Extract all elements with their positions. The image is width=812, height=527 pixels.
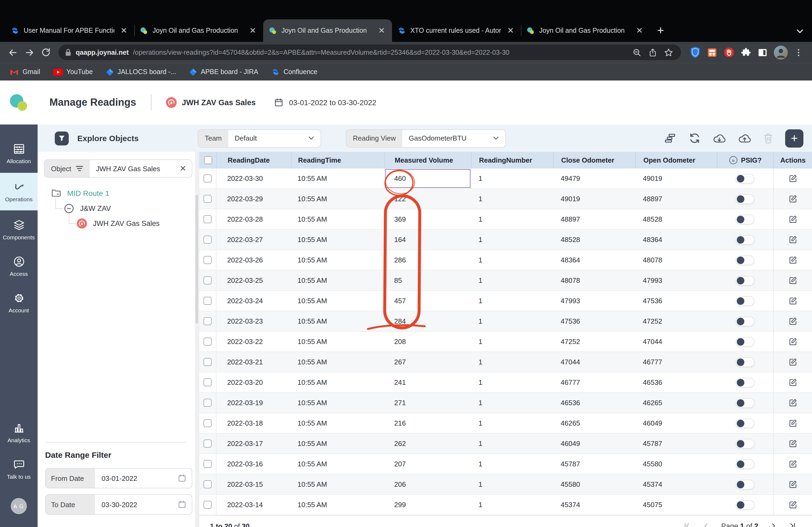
address-bar[interactable]: qaapp.joynai.net/operations/view-reading… <box>59 45 681 60</box>
zoom-out-icon[interactable] <box>632 47 642 57</box>
sidebar-item-access[interactable]: Access <box>0 249 38 283</box>
table-row[interactable]: 2022-03-3010:55 AM46014947949019 <box>199 168 812 189</box>
reading-view-select[interactable]: Reading View GasOdometerBTU <box>346 129 506 147</box>
cell-measured-volume[interactable]: 164 <box>385 230 471 250</box>
col-reading-number[interactable]: ReadingNumber <box>471 152 553 168</box>
tab-search-chevron-icon[interactable] <box>796 29 803 34</box>
row-checkbox[interactable] <box>204 480 212 488</box>
edit-row-icon[interactable] <box>788 296 798 305</box>
edit-row-icon[interactable] <box>788 398 798 407</box>
browser-menu-icon[interactable] <box>794 47 803 57</box>
cell-measured-volume[interactable]: 216 <box>385 413 471 433</box>
row-checkbox[interactable] <box>204 419 212 427</box>
row-checkbox[interactable] <box>204 337 212 346</box>
cell-measured-volume[interactable]: 299 <box>385 495 471 515</box>
delete-icon[interactable] <box>763 133 773 144</box>
sidebar-item-talk-to-us[interactable]: Talk to us <box>0 452 38 486</box>
row-checkbox[interactable] <box>204 236 212 244</box>
cell-measured-volume[interactable]: 207 <box>385 454 471 474</box>
vpn-shield-extension-icon[interactable] <box>690 46 701 59</box>
tab-close-icon[interactable]: ✕ <box>248 26 258 35</box>
bookmark-item[interactable]: Gmail <box>10 68 40 76</box>
row-checkbox[interactable] <box>204 378 212 387</box>
next-page-icon[interactable] <box>769 522 778 527</box>
tab-close-icon[interactable]: ✕ <box>119 26 129 35</box>
refresh-icon[interactable] <box>39 45 53 60</box>
table-row[interactable]: 2022-03-1710:55 AM26214604945787 <box>199 434 812 454</box>
psig-toggle[interactable] <box>736 275 755 285</box>
browser-tab[interactable]: Joyn Oil and Gas Production✕ <box>134 19 263 42</box>
col-close-odometer[interactable]: Close Odometer <box>553 152 635 168</box>
edit-row-icon[interactable] <box>788 255 798 265</box>
expand-column-icon[interactable]: » <box>729 156 737 164</box>
psig-toggle[interactable] <box>736 194 755 204</box>
edit-row-icon[interactable] <box>788 194 798 204</box>
cell-measured-volume[interactable]: 271 <box>385 393 471 413</box>
select-all-checkbox[interactable] <box>204 156 212 164</box>
row-checkbox[interactable] <box>204 297 212 305</box>
psig-toggle[interactable] <box>736 439 755 448</box>
edit-row-icon[interactable] <box>788 460 798 468</box>
row-checkbox[interactable] <box>204 256 212 264</box>
cell-measured-volume[interactable]: 122 <box>385 189 471 209</box>
table-row[interactable]: 2022-03-1610:55 AM20714578745580 <box>199 454 812 475</box>
bookmark-item[interactable]: YouTube <box>53 68 93 76</box>
table-row[interactable]: 2022-03-2510:55 AM8514807847993 <box>199 270 812 291</box>
edit-row-icon[interactable] <box>788 419 798 428</box>
tab-close-icon[interactable]: ✕ <box>377 26 387 35</box>
profile-avatar[interactable] <box>774 45 788 59</box>
psig-toggle[interactable] <box>736 418 755 428</box>
user-avatar[interactable]: A G <box>11 498 27 514</box>
sidebar-item-components[interactable]: Components <box>0 212 38 247</box>
edit-row-icon[interactable] <box>788 317 798 326</box>
sidebar-item-account[interactable]: Account <box>0 286 38 320</box>
new-tab-button[interactable]: + <box>652 21 669 40</box>
bookmark-item[interactable]: JALLOCS board -... <box>106 68 176 76</box>
psig-toggle[interactable] <box>736 378 755 387</box>
row-checkbox[interactable] <box>204 215 212 223</box>
row-checkbox[interactable] <box>204 501 212 509</box>
clear-object-filter-icon[interactable]: ✕ <box>180 164 186 174</box>
sidebar-item-allocation[interactable]: Allocation <box>0 136 38 171</box>
tree-item-group[interactable]: J&W ZAV <box>64 204 111 214</box>
refresh-data-icon[interactable] <box>688 132 701 144</box>
table-row[interactable]: 2022-03-2010:55 AM24114677746536 <box>199 373 812 393</box>
psig-toggle[interactable] <box>736 357 755 367</box>
cell-measured-volume[interactable]: 262 <box>385 434 471 453</box>
row-checkbox[interactable] <box>204 460 212 468</box>
edit-row-icon[interactable] <box>788 500 798 509</box>
joyn-logo[interactable] <box>0 91 38 114</box>
row-checkbox[interactable] <box>204 439 212 448</box>
browser-tab[interactable]: Joyn Oil and Gas Production✕ <box>521 19 650 42</box>
psig-toggle[interactable] <box>736 255 755 265</box>
row-checkbox[interactable] <box>204 175 212 182</box>
table-row[interactable]: 2022-03-2610:55 AM28614836448078 <box>199 250 812 270</box>
table-row[interactable]: 2022-03-2310:55 AM28414753647252 <box>199 311 812 332</box>
sidebar-item-analytics[interactable]: Analytics <box>0 416 38 450</box>
edit-row-icon[interactable] <box>788 235 798 244</box>
bookmark-item[interactable]: APBE board - JIRA <box>189 68 258 76</box>
explore-filter-button[interactable] <box>55 131 69 145</box>
cell-measured-volume[interactable]: 206 <box>385 475 471 494</box>
prev-page-icon[interactable] <box>702 522 710 527</box>
cloud-download-icon[interactable] <box>713 133 726 144</box>
adblock-extension-icon[interactable] <box>723 47 735 58</box>
psig-toggle[interactable] <box>736 459 755 469</box>
cell-measured-volume[interactable]: 85 <box>385 270 471 290</box>
bookmark-star-icon[interactable] <box>664 47 673 57</box>
cell-measured-volume[interactable]: 284 <box>385 311 471 331</box>
psig-toggle[interactable] <box>736 214 755 224</box>
psig-toggle[interactable] <box>736 480 755 489</box>
forward-icon[interactable] <box>22 45 37 60</box>
edit-row-icon[interactable] <box>788 174 798 183</box>
cell-measured-volume[interactable]: 267 <box>385 352 471 372</box>
table-row[interactable]: 2022-03-2910:55 AM12214901948897 <box>199 189 812 209</box>
cell-measured-volume[interactable]: 460 <box>385 168 471 189</box>
table-row[interactable]: 2022-03-1410:55 AM29914537445075 <box>199 495 812 515</box>
browser-tab[interactable]: Joyn Oil and Gas Production✕ <box>263 19 392 42</box>
table-row[interactable]: 2022-03-1910:55 AM27114653646265 <box>199 393 812 413</box>
col-measured-volume[interactable]: Measured Volume <box>385 152 471 168</box>
first-page-icon[interactable] <box>683 522 691 527</box>
table-row[interactable]: 2022-03-1510:55 AM20614558045374 <box>199 475 812 495</box>
panel-scrollbar[interactable] <box>195 152 199 527</box>
